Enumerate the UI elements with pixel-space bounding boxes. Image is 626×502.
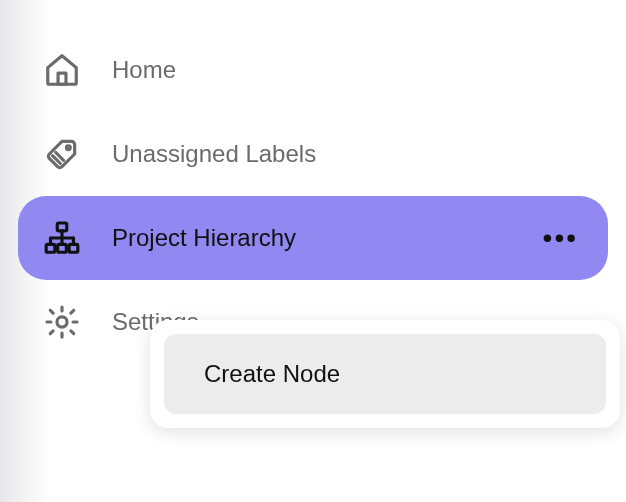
sidebar-item-unassigned-labels[interactable]: Unassigned Labels — [18, 112, 608, 196]
sidebar: Home Unassigned Labels — [0, 0, 626, 364]
sidebar-item-label: Home — [112, 56, 176, 84]
sidebar-item-project-hierarchy[interactable]: Project Hierarchy ••• — [18, 196, 608, 280]
more-options-icon[interactable]: ••• — [543, 222, 586, 254]
sidebar-item-label: Project Hierarchy — [112, 224, 296, 252]
sidebar-item-label: Unassigned Labels — [112, 140, 316, 168]
svg-rect-0 — [58, 73, 66, 84]
home-icon — [40, 51, 84, 89]
context-menu: Create Node — [150, 320, 620, 428]
menu-item-label: Create Node — [204, 360, 340, 387]
sidebar-item-home[interactable]: Home — [18, 28, 608, 112]
svg-point-1 — [66, 146, 70, 150]
hierarchy-icon — [40, 219, 84, 257]
gear-icon — [40, 303, 84, 341]
tag-icon — [40, 135, 84, 173]
menu-item-create-node[interactable]: Create Node — [164, 334, 606, 414]
svg-point-13 — [57, 317, 67, 327]
